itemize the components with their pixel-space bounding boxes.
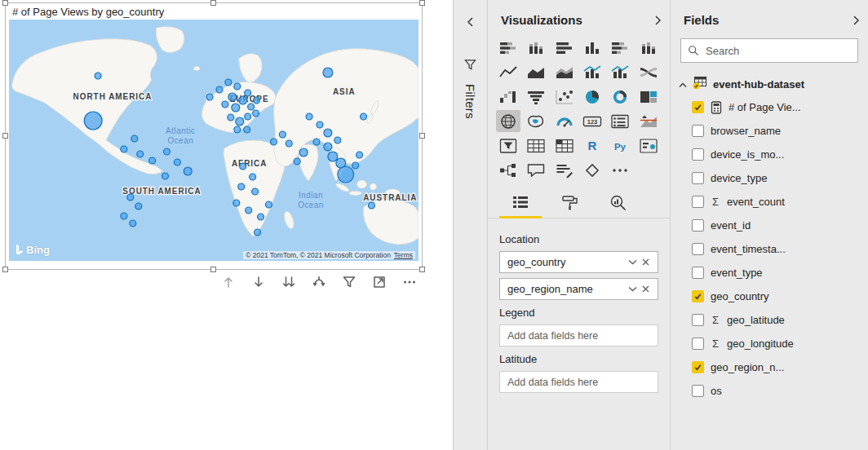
filter-icon[interactable] xyxy=(341,274,357,290)
field-checkbox[interactable] xyxy=(692,148,704,161)
viz-icon-treemap[interactable] xyxy=(636,86,661,108)
empty-well-legend[interactable]: Add data fields here xyxy=(499,324,658,346)
pill-remove-button[interactable] xyxy=(639,256,652,269)
field-checkbox[interactable] xyxy=(692,219,704,232)
resize-handle[interactable] xyxy=(2,133,8,139)
drill-up-icon[interactable] xyxy=(220,274,237,290)
chevron-up-icon[interactable] xyxy=(679,77,687,91)
pill-dropdown-button[interactable] xyxy=(626,283,639,296)
field-row-event-id[interactable]: event_id xyxy=(671,214,868,237)
field-checkbox[interactable] xyxy=(692,267,704,279)
viz-icon-line-chart[interactable] xyxy=(496,61,520,83)
field-pill-geo_region_name[interactable]: geo_region_name xyxy=(499,278,658,300)
resize-handle[interactable] xyxy=(419,133,425,139)
viz-icon-map[interactable] xyxy=(496,110,520,132)
field-checkbox[interactable] xyxy=(692,361,704,373)
viz-icon-slicer[interactable] xyxy=(496,135,520,157)
field-checkbox[interactable] xyxy=(692,243,704,255)
viz-icon-decomposition-tree[interactable] xyxy=(496,159,520,181)
viz-icon-line-and-clustered-column-chart[interactable] xyxy=(608,61,632,83)
resize-handle[interactable] xyxy=(210,0,216,6)
viz-icon-more-visuals[interactable] xyxy=(608,159,632,181)
viz-icon-multi-row-card[interactable] xyxy=(608,110,632,132)
viz-icon-matrix[interactable] xyxy=(552,135,577,157)
viz-icon-smart-narrative[interactable] xyxy=(552,159,577,181)
expand-next-level-icon[interactable] xyxy=(281,274,297,290)
report-canvas[interactable]: # of Page Views by geo_country xyxy=(0,0,454,450)
search-input[interactable] xyxy=(706,45,851,57)
viz-icon-line-and-stacked-column-chart[interactable] xyxy=(580,61,604,83)
field-row--of-page-vie-[interactable]: # of Page Vie... xyxy=(671,95,868,119)
viz-icon-scatter-chart[interactable] xyxy=(552,86,577,108)
field-row-device-is-mo-[interactable]: device_is_mo... xyxy=(671,143,868,166)
viz-icon-gauge[interactable] xyxy=(552,110,577,132)
resize-handle[interactable] xyxy=(2,0,8,6)
viz-icon-100-stacked-column-chart[interactable] xyxy=(636,37,661,59)
fields-tab[interactable] xyxy=(499,194,542,218)
field-row-geo-longitude[interactable]: Σgeo_longitude xyxy=(671,332,868,355)
collapse-visualizations-chevron-icon[interactable] xyxy=(654,15,662,29)
field-row-browser-name[interactable]: browser_name xyxy=(671,119,868,143)
viz-icon-ribbon-chart[interactable] xyxy=(636,61,661,83)
viz-icon-card[interactable]: 123 xyxy=(580,110,604,132)
viz-icon-clustered-column-chart[interactable] xyxy=(580,37,604,59)
drill-down-icon[interactable] xyxy=(250,274,267,290)
viz-icon-pie-chart[interactable] xyxy=(580,86,604,108)
format-tab[interactable] xyxy=(548,194,591,218)
analytics-tab[interactable] xyxy=(597,194,640,218)
filters-funnel-icon[interactable] xyxy=(464,59,476,74)
viz-icon-100-stacked-bar-chart[interactable] xyxy=(608,37,632,59)
viz-icon-r-script-visual[interactable]: R xyxy=(580,135,604,157)
pill-remove-button[interactable] xyxy=(639,283,652,296)
more-options-icon[interactable] xyxy=(401,274,418,290)
resize-handle[interactable] xyxy=(419,267,425,272)
resize-handle[interactable] xyxy=(210,267,216,272)
map-bubble xyxy=(352,162,359,169)
viz-icon-filled-map[interactable] xyxy=(524,110,548,132)
field-row-geo-region-n-[interactable]: geo_region_n... xyxy=(671,355,868,379)
field-row-event-count[interactable]: Σevent_count xyxy=(671,190,868,214)
dataset-row[interactable]: event-hub-dataset xyxy=(671,73,868,95)
collapse-fields-chevron-icon[interactable] xyxy=(852,15,860,29)
field-row-os[interactable]: os xyxy=(671,379,868,403)
field-checkbox[interactable] xyxy=(692,125,704,137)
viz-icon-stacked-area-chart[interactable] xyxy=(552,61,577,83)
terms-link[interactable]: Terms xyxy=(394,251,413,259)
expand-filters-chevron-icon[interactable] xyxy=(467,16,474,31)
field-checkbox[interactable] xyxy=(692,196,704,208)
resize-handle[interactable] xyxy=(2,267,8,272)
field-checkbox[interactable] xyxy=(692,314,704,326)
field-checkbox[interactable] xyxy=(692,290,704,302)
focus-mode-icon[interactable] xyxy=(371,274,388,290)
field-row-event-type[interactable]: event_type xyxy=(671,261,868,285)
field-checkbox[interactable] xyxy=(692,172,704,184)
resize-handle[interactable] xyxy=(419,0,425,6)
bing-map[interactable]: NORTH AMERICAEUROPEASIAAFRICASOUTH AMERI… xyxy=(9,20,418,261)
viz-icon-kpi[interactable] xyxy=(636,110,661,132)
field-checkbox[interactable] xyxy=(692,385,704,397)
field-row-device-type[interactable]: device_type xyxy=(671,166,868,190)
viz-icon-donut-chart[interactable] xyxy=(608,86,632,108)
field-checkbox[interactable] xyxy=(692,101,704,113)
map-visual[interactable]: # of Page Views by geo_country xyxy=(5,2,423,270)
viz-icon-funnel-chart[interactable] xyxy=(524,86,548,108)
viz-icon-python-visual[interactable]: Py xyxy=(608,135,632,157)
viz-icon-area-chart[interactable] xyxy=(524,61,548,83)
bing-b-icon xyxy=(16,245,24,256)
viz-icon-waterfall-chart[interactable] xyxy=(496,86,520,108)
viz-icon-power-apps-visual[interactable] xyxy=(580,159,604,181)
field-row-geo-latitude[interactable]: Σgeo_latitude xyxy=(671,308,868,332)
viz-icon-qa-visual[interactable] xyxy=(524,159,548,181)
pill-dropdown-button[interactable] xyxy=(626,256,639,269)
viz-icon-stacked-column-chart[interactable] xyxy=(524,37,548,59)
viz-icon-key-influencers[interactable] xyxy=(636,135,661,157)
viz-icon-clustered-bar-chart[interactable] xyxy=(552,37,577,59)
field-row-geo-country[interactable]: geo_country xyxy=(671,285,868,308)
field-row-event-timesta-[interactable]: event_timesta... xyxy=(671,237,868,261)
field-pill-geo_country[interactable]: geo_country xyxy=(499,251,658,273)
viz-icon-table[interactable] xyxy=(524,135,548,157)
empty-well-latitude[interactable]: Add data fields here xyxy=(499,371,658,393)
viz-icon-stacked-bar-chart[interactable] xyxy=(496,37,520,59)
field-checkbox[interactable] xyxy=(692,338,704,350)
expand-all-down-icon[interactable] xyxy=(311,274,327,290)
